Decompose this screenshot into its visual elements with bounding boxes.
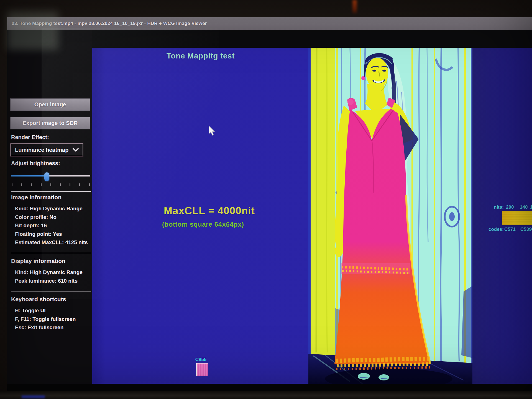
- info-section: Keyboard shortcutsH: Toggle UIF, F11: To…: [11, 296, 94, 332]
- monitor-bezel-bottom: [0, 391, 532, 399]
- legend-nits-value: 1: [530, 204, 532, 210]
- legend-nits-value: 140: [520, 204, 528, 210]
- info-item: Esc: Exit fullscreen: [11, 323, 94, 332]
- info-item: H: Toggle UI: [11, 306, 94, 315]
- legend-codes-label: codes:: [488, 227, 504, 232]
- slider-tick: [31, 183, 32, 186]
- slider-tick: [21, 183, 22, 186]
- legend-code-value: C571: [504, 227, 516, 232]
- legend-color-bar: [502, 211, 532, 225]
- slider-tick: [12, 183, 12, 186]
- legend-nits-label: nits:: [494, 204, 504, 210]
- info-item: F, F11: Toggle fullscreen: [11, 315, 94, 324]
- bezel-blue-reflection: [22, 395, 45, 398]
- monitor-photo: 03. Tone Mapping test.mp4 - mpv 28.06.20…: [0, 0, 532, 399]
- bezel-reflection: [352, 0, 357, 14]
- heatmap-photo: [308, 48, 472, 384]
- legend-nits-value: 200: [506, 204, 514, 210]
- legend-code-value: C539: [520, 227, 532, 232]
- screen-glare-band: [42, 28, 219, 299]
- code-swatch-label: C855: [194, 357, 208, 362]
- code-swatch-square: [196, 363, 208, 376]
